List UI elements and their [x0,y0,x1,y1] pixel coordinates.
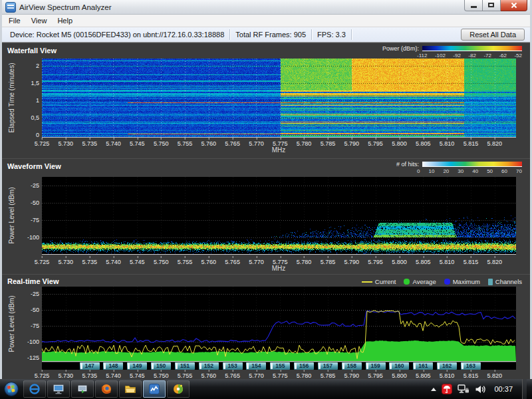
freq-tick-label: 5.730 [59,138,74,147]
freq-tick-label: 5.780 [297,370,312,379]
legend-item-average: Average [404,278,436,285]
windows-orb-icon [3,381,19,397]
volume-icon[interactable] [475,384,486,394]
taskbar-app-windows-explorer[interactable] [119,380,142,398]
freq-tick-label: 5.790 [344,138,360,147]
freq-tick-label: 5.765 [225,370,240,379]
freq-tick-label: 5.820 [487,138,502,147]
waterfall-panel: Waterfall View Power (dBm): -112-102-92-… [2,43,530,158]
channel-block: 153 [223,362,243,370]
show-hidden-icons-button[interactable] [431,388,436,391]
power-tick-label: -75 [5,217,39,223]
freq-tick-label: 5.805 [416,138,431,147]
reset-all-data-button[interactable]: Reset All Data [461,29,525,41]
freq-tick-label: 5.760 [201,370,217,379]
freq-tick-label: 5.820 [487,370,502,379]
taskbar-app-airview[interactable] [143,380,166,398]
menu-file[interactable]: File [3,15,26,26]
taskbar-app-internet-explorer[interactable] [23,380,46,398]
close-icon [511,2,517,9]
rf-frames-status: Total RF Frames: 905 [230,29,312,40]
channel-block: 152 [199,362,219,370]
waterfall-xticks: 5.7255.7305.7355.7405.7455.7505.7555.760… [42,138,516,146]
legend-marker [444,279,450,285]
realtime-panel: Real-time View CurrentAverageMaximumChan… [2,274,530,380]
taskbar-app-display-settings[interactable] [47,380,70,398]
waveform-xlabel: MHz [272,265,286,272]
hits-scale-tick: 20 [443,168,449,174]
waterfall-title: Waterfall View [7,45,57,55]
legend-label: Maximum [453,278,480,285]
hits-scale-tick: 30 [458,168,464,174]
channel-block: 162 [437,362,457,370]
hits-scale-ticks: 010203040506070 [417,168,522,174]
maximize-button[interactable] [483,0,501,11]
power-tick-label: -125 [5,354,39,361]
legend-label: Channels [495,278,522,285]
channel-block: 154 [246,362,266,370]
menu-bar: File View Help [2,15,530,27]
channel-block: 157 [318,362,338,370]
hits-scale-tick: 0 [417,168,420,174]
freq-tick-label: 5.810 [440,257,455,265]
hits-scale-tick: 40 [472,168,478,174]
remote-desktop-icon [76,382,89,396]
freq-tick-label: 5.815 [464,370,479,379]
taskbar-clock[interactable]: 00:37 [491,385,513,393]
taskbar-app-media-app[interactable] [167,380,190,398]
waterfall-spectrogram [42,59,516,138]
legend-item-current: Current [362,278,396,285]
power-scale-tick: -92 [453,53,461,59]
avira-antivirus-icon[interactable] [442,384,452,394]
maximize-icon [488,3,494,7]
freq-tick-label: 5.735 [82,138,97,147]
realtime-xticks: 5.7255.7305.7355.7405.7455.7505.7555.760… [42,370,516,378]
freq-tick-label: 5.760 [201,138,217,147]
power-tick-label: 1 [5,97,39,104]
channel-block: 147 [80,362,100,370]
freq-tick-label: 5.765 [225,138,240,147]
title-bar[interactable]: AirView Spectrum Analyzer [2,0,530,15]
taskbar: 00:37 [0,379,532,399]
internet-explorer-icon [28,382,41,396]
power-scale-ticks: -112-102-92-82-72-62-52 [417,53,522,59]
freq-tick-label: 5.800 [392,138,407,147]
hits-scale-label: # of hits: [396,161,419,168]
taskbar-app-firefox[interactable] [95,380,118,398]
freq-tick-label: 5.760 [201,257,217,265]
menu-help[interactable]: Help [52,15,78,26]
app-icon [5,2,16,13]
freq-tick-label: 5.725 [35,138,50,147]
legend-marker [404,279,410,285]
close-button[interactable] [501,0,527,11]
freq-tick-label: 5.735 [82,257,97,265]
display-settings-icon [52,382,65,396]
network-status-icon[interactable] [458,384,469,394]
start-button[interactable] [0,379,23,399]
freq-tick-label: 5.775 [273,370,288,379]
channel-block: 155 [270,362,290,370]
menu-view[interactable]: View [26,15,53,26]
freq-tick-label: 5.810 [440,138,455,147]
waterfall-xlabel: MHz [272,146,286,154]
freq-tick-label: 5.785 [321,370,336,379]
freq-tick-label: 5.745 [130,257,145,265]
power-tick-label: 0,5 [5,114,39,121]
system-tray: 00:37 [431,379,532,399]
freq-tick-label: 5.795 [368,257,383,265]
fps-status: FPS: 3.3 [312,29,352,40]
freq-tick-label: 5.740 [106,257,121,265]
freq-tick-label: 5.740 [106,138,121,147]
show-desktop-button[interactable] [522,379,527,399]
power-scale-label: Power (dBm): [382,45,419,52]
freq-tick-label: 5.750 [154,257,169,265]
taskbar-app-remote-desktop[interactable] [71,380,94,398]
main-content: Waterfall View Power (dBm): -112-102-92-… [2,43,530,380]
freq-tick-label: 5.770 [249,257,264,265]
channel-strip: 1471481491501511521531541551561571581591… [42,362,516,370]
waveform-xticks: 5.7255.7305.7355.7405.7455.7505.7555.760… [42,257,516,265]
minimize-button[interactable] [464,0,483,11]
hits-scale-tick: 70 [516,168,522,174]
realtime-spectrum-plot [42,287,516,362]
freq-tick-label: 5.745 [130,138,145,147]
